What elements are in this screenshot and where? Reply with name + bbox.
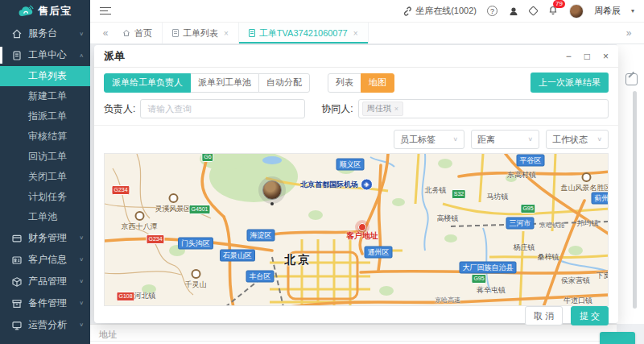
map-label-district: 丰台区 [246,271,275,283]
modal-title: 派单 [104,49,125,64]
sidebar-item-customers[interactable]: 客户信息 ∨ [0,249,90,271]
owner-search-input[interactable] [140,99,305,118]
map-label-airport: 北京首都国际机场 [300,179,373,191]
menu-collapse-icon[interactable] [100,7,111,15]
cloud-logo-icon [19,5,35,18]
map-label-sgreen: S32 [452,189,466,199]
dispatch-to-pool-button[interactable]: 派单到工单池 [190,73,259,93]
sidebar-item-analytics[interactable]: 运营分析 ∨ [0,314,90,336]
chevron-down-icon: ∨ [79,279,84,284]
view-mode-group: 列表 地图 [328,73,394,93]
map-label-sgreen: G4501 [188,205,210,214]
map-label-town: 蒋辛屯镇 [477,285,506,296]
sidebar-subitem-revisit-workorder[interactable]: 回访工单 [0,147,90,167]
employee-tag-select[interactable]: 员工标签∨ [394,130,464,149]
agent-icon[interactable] [508,6,519,17]
sidebar-item-products[interactable]: 产品管理 ∨ [0,271,90,292]
sidebar-subitem-new-workorder[interactable]: 新建工单 [0,86,90,106]
tabs-scroll-right-icon[interactable]: » [621,23,636,44]
close-tab-icon[interactable]: × [224,29,229,38]
seat-status-label: 坐席在线(1002) [415,5,477,17]
sidebar-subitem-planned-tasks[interactable]: 计划任务 [0,187,90,207]
close-icon[interactable]: × [603,52,609,61]
sidebar-subitem-close-workorder[interactable]: 关闭工单 [0,167,90,187]
map-canvas[interactable]: G6G234灵溪风景区京西十八潭G4501G234门头沟区石景山区海淀区千灵山河… [104,153,609,306]
tabs-scroll-left-icon[interactable]: « [98,23,113,44]
sidebar-subitem-assign-workorder[interactable]: 指派工单 [0,106,90,126]
map-label-city: 北京 [284,253,312,267]
map-label-sred: G234 [111,185,130,195]
user-avatar[interactable] [569,4,584,19]
sidebar-item-label: 备件管理 [28,296,79,310]
map-label-sgreen: G95 [520,204,535,213]
seat-status[interactable]: 坐席在线(1002) [401,5,477,17]
chevron-down-icon: ∨ [79,257,84,263]
map-label-hwy: 京哈高速 [435,296,460,305]
sidebar-subitem-workorder-pool[interactable]: 工单池 [0,207,90,227]
sidebar-subitem-review-settlement[interactable]: 审核结算 [0,126,90,147]
id-card-icon [11,255,23,266]
tab-workorder-detail[interactable]: 工单TVA37421060077 × [239,23,369,44]
background-submit-button[interactable] [600,332,635,344]
minimize-icon[interactable]: − [566,52,572,61]
tab-workorder-list[interactable]: 工单列表 × [163,23,239,44]
sidebar-item-label: 产品管理 [28,275,79,288]
auto-assign-button[interactable]: 自动分配 [258,73,310,93]
map-label-town: 牛道口镇 [564,296,592,306]
tab-home[interactable]: 首页 [113,23,163,44]
map-label-town: 侯家营镇 [561,276,590,286]
credit-card-icon [11,233,23,244]
sidebar-item-label: 客户信息 [28,253,79,267]
distance-select[interactable]: 距离∨ [471,130,539,149]
brand-name: 售后宝 [38,4,72,19]
maximize-icon[interactable]: □ [584,52,590,61]
work-status-select[interactable]: 工作状态∨ [546,130,609,149]
remove-tag-icon[interactable]: × [394,105,398,113]
map-view-button[interactable]: 地图 [361,73,394,93]
collaborator-tag: 周佳琪 × [362,102,403,116]
page-scrollbar[interactable] [633,91,637,309]
help-icon[interactable]: ? [487,6,497,16]
chevron-down-icon: ∨ [79,31,84,36]
sidebar-subitem-workorder-list[interactable]: 工单列表 [0,66,90,86]
notifications[interactable]: 79 [547,4,559,19]
map-label-town: 邦均镇 [577,218,599,229]
map-label-town: 高楼镇 [437,213,459,224]
monitor-icon [11,320,23,331]
close-tab-icon[interactable]: × [353,29,358,38]
map-label-scenic: 京西十八潭 [122,211,158,232]
employee-marker[interactable] [258,176,286,204]
edit-icon[interactable] [625,73,638,85]
collaborator-tag-label: 周佳琪 [367,103,391,114]
dispatch-modal: 派单 − □ × 派单给工单负责人 派单到工单池 自动分配 列表 [94,45,618,323]
submit-button[interactable]: 提 交 [571,306,609,325]
user-name[interactable]: 周希辰 [594,5,621,17]
sidebar-item-workorder-center[interactable]: 工单中心 ∧ [0,44,90,66]
select-value: 距离 [477,134,495,146]
modal-header[interactable]: 派单 − □ × [94,45,618,68]
sidebar-item-spare-parts[interactable]: 备件管理 ∨ [0,292,90,314]
collaborator-input[interactable]: 周佳琪 × [358,99,609,118]
sidebar-item-finance[interactable]: 财务管理 ∨ [0,227,90,249]
archive-icon [11,298,23,309]
chevron-down-icon[interactable]: ▾ [631,7,634,15]
home-icon [11,28,23,39]
dispatch-to-owner-button[interactable]: 派单给工单负责人 [104,73,191,93]
modal-footer: 取 消 提 交 [94,306,618,325]
cancel-button[interactable]: 取 消 [525,306,563,325]
map-label-district: 石景山区 [220,250,255,262]
tab-label: 工单TVA37421060077 [259,27,348,39]
map-label-sgreen: G6 [201,153,213,162]
map-label-district: 顺义区 [336,159,365,171]
gift-icon[interactable] [528,6,539,16]
last-dispatch-result-button[interactable]: 上一次派单结果 [530,73,609,93]
tab-label: 工单列表 [183,27,218,39]
address-label: 地址 [99,329,117,341]
list-view-button[interactable]: 列表 [328,73,361,93]
sidebar-item-service-desk[interactable]: 服务台 ∨ [0,23,90,44]
dispatch-mode-group: 派单给工单负责人 派单到工单池 自动分配 [104,73,310,93]
map-label-sred: G108 [116,292,134,301]
map-label-sred: G234 [146,234,164,244]
collaborator-field-label: 协同人: [321,102,353,116]
clipboard-icon [11,50,23,61]
